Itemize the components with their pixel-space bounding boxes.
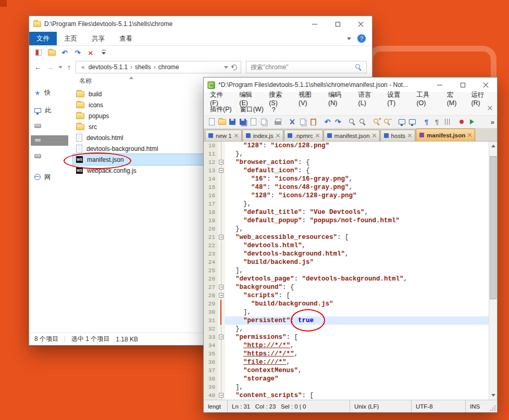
minimize-button[interactable]	[428, 78, 451, 92]
record-macro-icon[interactable]	[457, 118, 466, 126]
save-icon[interactable]	[228, 118, 237, 126]
fold-margin[interactable]	[218, 241, 225, 250]
menu-item[interactable]: 搜索(S)	[265, 91, 294, 107]
editor-line[interactable]: 39 ],	[204, 383, 489, 391]
fold-margin[interactable]	[218, 375, 225, 383]
editor-line[interactable]: 22 "devtools.html",	[204, 241, 489, 250]
scroll-up-icon[interactable]	[491, 145, 495, 147]
code-line-text[interactable]: ],	[225, 266, 489, 275]
editor-line[interactable]: 29 "build/background.js"	[204, 300, 489, 308]
document-tab[interactable]: index.js	[242, 130, 283, 141]
sidebar-item[interactable]: 网	[34, 172, 51, 182]
editor-line[interactable]: 33 "permissions": [	[204, 333, 489, 341]
properties-icon[interactable]	[34, 48, 43, 57]
document-tab[interactable]: hosts	[380, 130, 416, 141]
editor-line[interactable]: 19 "default_popup": "popups/not-found.ht…	[204, 217, 489, 225]
editor-line[interactable]: 16 "128": "icons/128-gray.png"	[204, 192, 489, 200]
fold-collapse-icon[interactable]	[219, 335, 224, 339]
code-line-text[interactable]: "background": {	[225, 283, 489, 291]
fold-margin[interactable]	[218, 266, 225, 275]
editor-line[interactable]: 36 "file:///*",	[204, 358, 489, 366]
undo-icon[interactable]: ↶	[60, 48, 69, 57]
editor-line[interactable]: 25 ],	[204, 266, 489, 275]
explorer-titlebar[interactable]: D:\Program Files\devtools-5.1.1\shells\c…	[29, 16, 372, 32]
fold-collapse-icon[interactable]	[219, 285, 224, 289]
editor-line[interactable]: 27 "background": {	[204, 283, 489, 291]
maximize-button[interactable]	[451, 78, 474, 92]
zoom-out-icon[interactable]: −	[383, 118, 392, 126]
back-icon[interactable]: ←	[34, 63, 42, 71]
address-dropdown-icon[interactable]	[224, 66, 228, 69]
fold-collapse-icon[interactable]	[219, 168, 224, 173]
help-icon[interactable]: ?	[357, 34, 366, 43]
address-bar[interactable]: « devtools-5.1.1›shells›chrome	[76, 61, 241, 73]
fold-margin[interactable]	[218, 366, 225, 375]
editor-line[interactable]: 15 "48": "icons/48-gray.png",	[204, 183, 489, 192]
sync-scroll-v-icon[interactable]	[398, 118, 406, 126]
code-line-text[interactable]: "browser_action": {	[225, 158, 489, 167]
status-encoding[interactable]: UTF-8	[412, 400, 466, 412]
sync-scroll-h-icon[interactable]	[408, 118, 417, 126]
scroll-down-icon[interactable]	[491, 394, 495, 397]
fold-margin[interactable]	[218, 308, 225, 316]
editor-line[interactable]: 18 "default_title": "Vue Devtools",	[204, 208, 489, 217]
fold-collapse-icon[interactable]	[219, 293, 224, 298]
code-line-text[interactable]: "web_accessible_resources": [	[225, 233, 489, 241]
editor-line[interactable]: 34 "http://*/*",	[204, 341, 489, 350]
editor-line[interactable]: 30 ],	[204, 308, 489, 316]
fold-margin[interactable]	[218, 283, 225, 291]
menu-item[interactable]: ?	[268, 106, 280, 113]
code-line-text[interactable]: "128": "icons/128.png"	[225, 142, 489, 150]
code-line-text[interactable]: ],	[225, 308, 489, 316]
editor-line[interactable]: 40 "content_scripts": [	[204, 391, 489, 400]
code-line-text[interactable]: "build/backend.js"	[225, 258, 489, 266]
fold-margin[interactable]	[218, 183, 225, 192]
code-line-text[interactable]: "devtools.html",	[225, 241, 489, 250]
fold-margin[interactable]	[218, 150, 225, 158]
fold-margin[interactable]	[218, 158, 225, 167]
code-line-text[interactable]: "devtools-background.html",	[225, 250, 489, 258]
editor-line[interactable]: 12 "browser_action": {	[204, 158, 489, 167]
breadcrumb-segment[interactable]: shells	[134, 63, 152, 71]
close-button[interactable]	[474, 78, 497, 92]
menu-item[interactable]: 运行(R)	[467, 91, 497, 107]
fold-margin[interactable]	[218, 217, 225, 225]
code-line-text[interactable]: "build/background.js"	[225, 300, 489, 308]
sidebar-item[interactable]	[31, 135, 68, 146]
code-line-text[interactable]: },	[225, 325, 489, 333]
sidebar-item[interactable]	[34, 121, 41, 131]
open-file-icon[interactable]	[218, 118, 227, 126]
fold-collapse-icon[interactable]	[219, 393, 224, 398]
menu-item[interactable]: 插件(P)	[206, 105, 236, 114]
tab-close-icon[interactable]	[234, 134, 238, 137]
code-line-text[interactable]: "permissions": [	[225, 333, 489, 341]
new-folder-icon[interactable]	[47, 48, 56, 57]
fold-margin[interactable]	[218, 333, 225, 341]
word-wrap-icon[interactable]: ¶	[422, 118, 431, 126]
code-line-text[interactable]: "contextMenus",	[225, 366, 489, 375]
editor-line[interactable]: 35 "https://*/*",	[204, 350, 489, 358]
toolbar-overflow-icon[interactable]: »	[491, 118, 494, 126]
editor-line[interactable]: 21 "web_accessible_resources": [	[204, 233, 489, 241]
ribbon-tab[interactable]: 主页	[57, 32, 84, 45]
copy-icon[interactable]	[299, 118, 307, 126]
code-line-text[interactable]: "128": "icons/128-gray.png"	[225, 192, 489, 200]
editor-line[interactable]: 32 },	[204, 325, 489, 333]
code-line-text[interactable]: "persistent": true	[225, 316, 489, 325]
tab-close-icon[interactable]	[276, 134, 280, 137]
menu-item[interactable]: 编辑(E)	[235, 91, 265, 107]
code-line-text[interactable]: },	[225, 225, 489, 233]
code-line-text[interactable]: "default_icon": {	[225, 167, 489, 175]
fold-margin[interactable]	[218, 300, 225, 308]
editor-scrollbar[interactable]	[489, 142, 497, 400]
sidebar-item[interactable]: ★快	[34, 87, 51, 98]
editor-line[interactable]: 38 "storage"	[204, 375, 489, 383]
menu-item[interactable]: 文件(F)	[206, 91, 235, 107]
status-eol-format[interactable]: Unix (LF)	[350, 400, 412, 412]
fold-margin[interactable]	[218, 316, 225, 325]
scrollbar-thumb[interactable]	[490, 156, 496, 299]
zoom-in-icon[interactable]: +	[373, 118, 381, 126]
editor-line[interactable]: 37 "contextMenus",	[204, 366, 489, 375]
delete-icon[interactable]: ×	[86, 48, 95, 57]
fold-margin[interactable]	[218, 142, 225, 150]
